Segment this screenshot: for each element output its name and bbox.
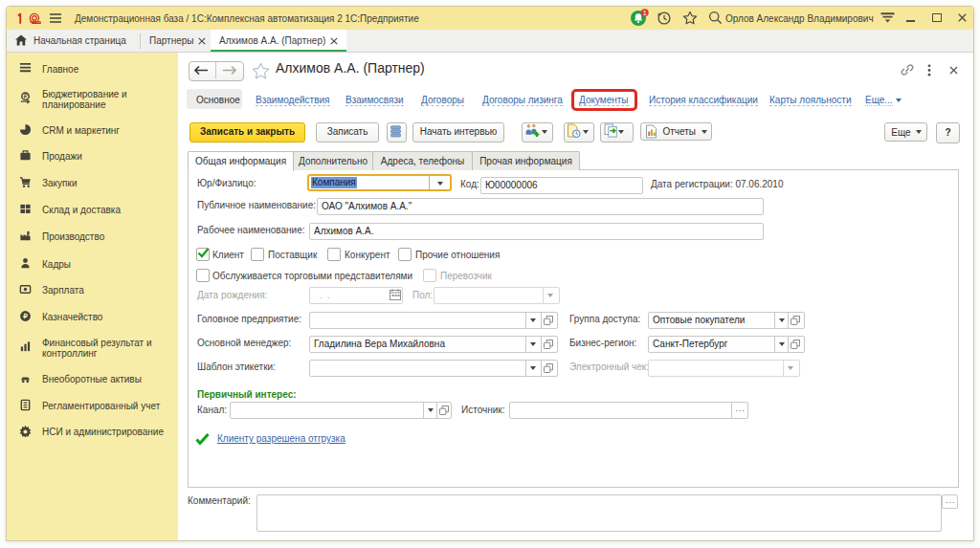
svg-text:₽: ₽ — [23, 312, 28, 320]
svg-text:₽: ₽ — [23, 93, 27, 99]
svg-text:1: 1 — [643, 10, 647, 16]
